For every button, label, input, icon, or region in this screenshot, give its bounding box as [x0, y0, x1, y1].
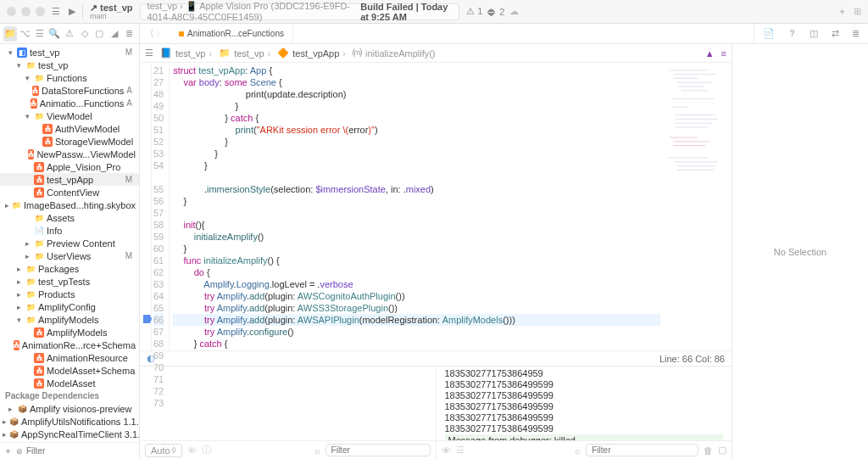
package-dependency-item[interactable]: ▸📦AmplifyUtilsNotifications 1.1.1 [0, 415, 139, 428]
issue-icon[interactable]: ⚠︎ [63, 26, 76, 42]
add-button[interactable]: ＋ [837, 5, 847, 18]
inspector-empty-label: No Selection [774, 247, 826, 257]
project-navigator-icon[interactable]: 📁 [3, 26, 17, 42]
file-tree-item[interactable]: ⁂DataStoreFunctionsA [0, 84, 139, 97]
filter-icon[interactable]: ⌕ [575, 445, 581, 456]
library-icon[interactable]: ⊞ [854, 6, 861, 17]
package-dependency-item[interactable]: ▸📦Amplify visionos-preview [0, 402, 139, 415]
status-target: test_vp › 📱 Apple Vision Pro (3DDC2196-E… [147, 1, 361, 22]
source-control-icon[interactable]: ⌥ [19, 26, 32, 42]
file-tree-item[interactable]: ⁂ModelAsset [0, 377, 139, 389]
console-metadata-icon[interactable]: ☰ [456, 445, 465, 456]
help-icon[interactable]: ？ [787, 27, 797, 40]
file-tree-item[interactable]: ▾📁AmplifyModels [0, 313, 139, 326]
issue-jump-icon[interactable]: ▲ [705, 48, 715, 59]
minimap[interactable] [664, 63, 732, 350]
file-tree-item[interactable]: ▾📁test_vp [0, 59, 139, 71]
jump-bar[interactable]: ☰ 📘 test_vp › 📁 test_vp › 🔶 test_vpApp ›… [140, 44, 732, 63]
test-icon[interactable]: ◇ [78, 26, 92, 42]
navigator-filter-input[interactable] [26, 446, 136, 456]
toolstrip: 📁 ⌥ ☰ 🔍 ⚠︎ ◇ ▢ ◢ ≣ 〈 〉 test_vpAppModelAs… [0, 24, 868, 44]
file-tree-item[interactable]: ⁂test_vpAppM [0, 173, 139, 186]
file-tree-item[interactable]: ⁂AmplifyModels [0, 326, 139, 339]
file-tree-item[interactable]: ⁂AnimationResource [0, 351, 139, 364]
file-tree-item[interactable]: ▸📁test_vpTests [0, 275, 139, 288]
file-tree-item[interactable]: ⁂AnimationRe...rce+Schema [0, 339, 139, 351]
ruler-icon[interactable]: ◫ [810, 28, 818, 39]
run-button[interactable]: ▶ [69, 6, 75, 17]
filter-icon[interactable]: ⌕ [314, 445, 320, 456]
file-tree-item[interactable]: ▾📁Functions [0, 71, 139, 84]
info-icon[interactable]: ⓘ [202, 444, 211, 456]
list-icon[interactable]: ≣ [852, 28, 860, 39]
file-tree-item[interactable]: ▾◧test_vpM [0, 46, 139, 59]
back-icon[interactable]: 〈 [145, 27, 154, 40]
window-controls [7, 7, 45, 16]
file-tree-item[interactable]: ▸📁Preview Content [0, 237, 139, 249]
editor-tabs: 〈 〉 test_vpAppModelAsset+SchemaDataStore… [140, 24, 293, 43]
close-icon[interactable] [7, 7, 16, 16]
minimize-icon[interactable] [21, 7, 31, 16]
file-tree-item[interactable]: ▸📁AmplifyConfig [0, 300, 139, 313]
find-icon[interactable]: 🔍 [48, 26, 62, 42]
trash-icon[interactable]: 🗑 [704, 445, 713, 456]
variables-view: Auto ◊ 👁 ⓘ ⌕ [140, 367, 437, 459]
sidebar-toggle-icon[interactable]: ☰ [52, 6, 60, 17]
editor-tab[interactable]: AnimationR...ceFunctions [170, 24, 293, 43]
file-tree-item[interactable]: ▸📁UserViewsM [0, 249, 139, 262]
error-badge[interactable]: ⛔︎ 2 [487, 7, 504, 17]
zoom-icon[interactable] [36, 7, 45, 16]
add-target-icon[interactable]: ＋ [3, 445, 13, 457]
adjust-icon[interactable]: ⇄ [832, 28, 839, 39]
file-tree-item[interactable]: ⁂ModelAsset+Schema [0, 364, 139, 377]
inspector: No Selection [732, 44, 868, 459]
cursor-location: Line: 66 Col: 86 [659, 354, 725, 364]
file-tree-item[interactable]: ▸📁Products [0, 288, 139, 300]
breakpoint-icon[interactable]: ◢ [108, 26, 121, 42]
console-scope-icon[interactable]: 👁 [442, 445, 451, 456]
panel-toggle-icon[interactable]: ▢ [718, 445, 726, 456]
cloud-icon[interactable]: ☁︎ [509, 6, 519, 17]
debug-area: Auto ◊ 👁 ⓘ ⌕ 183530277175386495918353027… [140, 366, 732, 459]
editor-statusbar: ◐ Line: 66 Col: 86 [140, 350, 732, 366]
file-tree-item[interactable]: ⁂AuthViewModel [0, 122, 139, 135]
package-dependency-item[interactable]: ▸📦AppSyncRealTimeClient 3.1.2 [0, 428, 139, 440]
file-tree-item[interactable]: 📄Info [0, 224, 139, 237]
forward-icon[interactable]: 〉 [156, 27, 165, 40]
report-icon[interactable]: ≣ [123, 26, 136, 42]
source-editor[interactable]: 2127484950515253545556575859606162636465… [140, 63, 732, 350]
titlebar: ☰ ▶ ↗ test_vp main test_vp › 📱 Apple Vis… [0, 0, 868, 24]
scheme-selector[interactable]: ↗ test_vp main [90, 3, 133, 20]
file-tree-item[interactable]: ⁂Animatio...FunctionsA [0, 97, 139, 109]
package-dependencies-header: Package Dependencies [0, 389, 139, 402]
status-build: Build Failed | Today at 9:25 AM [360, 2, 452, 22]
file-tree-item[interactable]: ▸📁Packages [0, 262, 139, 275]
variables-scope-selector[interactable]: Auto ◊ [145, 444, 182, 457]
navigator-selector: 📁 ⌥ ☰ 🔍 ⚠︎ ◇ ▢ ◢ ≣ [0, 24, 140, 43]
file-tree-item[interactable]: ⁂ContentView [0, 186, 139, 199]
file-tree-item[interactable]: ▸📁ImageBased...hting.skybox [0, 199, 139, 211]
debugger-message: Message from debugger: killed [445, 434, 724, 440]
eye-icon[interactable]: 👁 [187, 445, 197, 456]
debug-icon[interactable]: ▢ [92, 26, 106, 42]
file-tree-item[interactable]: 📁Assets [0, 211, 139, 224]
navigator-filter-bar: ＋ ⊚ [0, 442, 139, 459]
navigator: ▾◧test_vpM▾📁test_vp▾📁Functions⁂DataStore… [0, 44, 140, 459]
bookmarks-icon[interactable]: ☰ [33, 26, 47, 42]
file-tree-item[interactable]: ⁂NewPassw...ViewModel [0, 148, 139, 160]
console-filter-input[interactable] [586, 444, 698, 456]
minimap-toggle-icon[interactable]: ≡ [721, 48, 726, 59]
console-output: 1835302771753864959183530277175386499599… [437, 367, 732, 459]
activity-status[interactable]: test_vp › 📱 Apple Vision Pro (3DDC2196-E… [140, 3, 460, 20]
related-items-icon[interactable]: ☰ [145, 48, 153, 59]
file-tree-item[interactable]: ▾📁ViewModel [0, 109, 139, 122]
doc-icon[interactable]: 📄 [763, 28, 775, 39]
file-tree-item[interactable]: ⁂Apple_Vision_Pro [0, 160, 139, 173]
variables-filter-input[interactable] [326, 444, 431, 456]
warning-badge[interactable]: ⚠︎ 1 [466, 6, 482, 17]
filter-scope-icon[interactable]: ⊚ [16, 447, 23, 456]
file-tree-item[interactable]: ⁂StorageViewModel [0, 135, 139, 148]
